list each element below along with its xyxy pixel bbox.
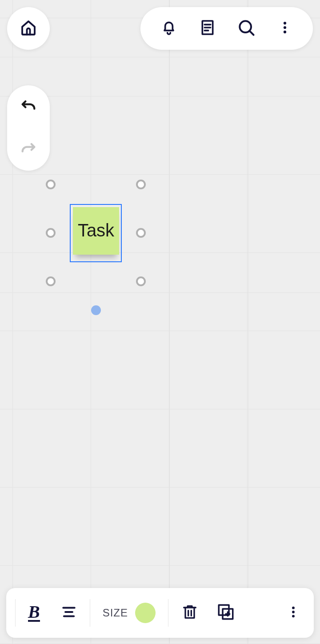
home-icon xyxy=(19,18,38,39)
delete-button[interactable] xyxy=(181,603,199,623)
rotate-handle[interactable] xyxy=(91,305,101,315)
document-list-icon xyxy=(199,19,216,38)
svg-point-8 xyxy=(283,31,286,33)
undo-button[interactable] xyxy=(7,85,50,128)
align-center-icon xyxy=(60,604,77,622)
resize-handle-tl[interactable] xyxy=(46,180,56,189)
duplicate-button[interactable] xyxy=(216,603,235,623)
resize-handle-tr[interactable] xyxy=(136,180,146,189)
svg-point-18 xyxy=(292,607,295,609)
align-button[interactable] xyxy=(60,604,77,622)
resize-handle-br[interactable] xyxy=(136,276,146,286)
board-list-button[interactable] xyxy=(196,17,219,40)
resize-handle-ml[interactable] xyxy=(46,228,56,238)
redo-icon xyxy=(20,140,37,159)
history-controls xyxy=(7,85,50,171)
more-vertical-icon xyxy=(286,605,300,621)
color-swatch-button[interactable] xyxy=(135,603,156,623)
sticky-note[interactable]: Task xyxy=(73,207,119,255)
top-more-button[interactable] xyxy=(274,17,296,40)
undo-icon xyxy=(20,97,37,116)
svg-line-5 xyxy=(249,31,253,35)
size-button[interactable]: SIZE xyxy=(103,607,128,619)
more-vertical-icon xyxy=(277,20,292,37)
toolbar-more-button[interactable] xyxy=(286,605,300,621)
svg-point-6 xyxy=(283,22,286,24)
bold-button[interactable]: B xyxy=(28,604,40,622)
copy-plus-icon xyxy=(216,603,235,623)
resize-handle-bl[interactable] xyxy=(46,276,56,286)
bold-icon: B xyxy=(28,604,40,622)
trash-icon xyxy=(181,603,199,623)
bell-icon xyxy=(160,19,178,38)
search-icon xyxy=(236,18,256,39)
search-button[interactable] xyxy=(235,17,257,40)
redo-button[interactable] xyxy=(7,128,50,171)
top-toolbar xyxy=(140,7,313,50)
home-button[interactable] xyxy=(7,7,50,50)
svg-point-19 xyxy=(292,611,295,613)
svg-point-7 xyxy=(283,26,286,29)
sticky-note-text: Task xyxy=(78,220,114,240)
context-toolbar: B SIZE xyxy=(6,588,314,638)
resize-handle-mr[interactable] xyxy=(136,228,146,238)
notifications-button[interactable] xyxy=(158,17,180,40)
svg-point-20 xyxy=(292,615,295,617)
